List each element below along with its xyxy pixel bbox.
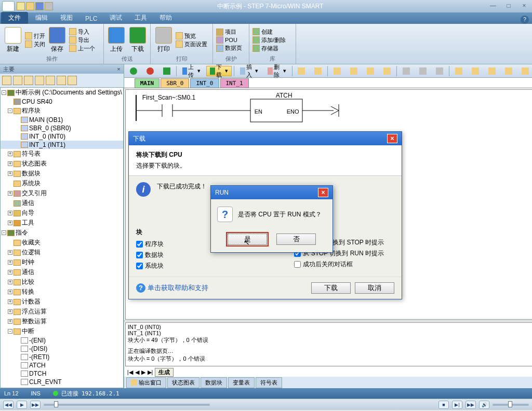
cancel-button[interactable]: 取消 [355,282,394,294]
tab-view[interactable]: 视图 [54,12,79,24]
slider-thumb[interactable] [508,401,512,407]
tree-reti[interactable]: -(RETI) [1,353,123,361]
tree-status[interactable]: +状态图表 [1,159,123,169]
tree-xref[interactable]: +交叉引用 [1,188,123,198]
nav-last-icon[interactable]: ▶| [148,369,153,376]
file-tab[interactable]: 文件 [1,12,28,24]
code-tab-int0[interactable]: INT_0 [190,78,219,88]
maximize-button[interactable]: □ [503,3,514,10]
tree-float[interactable]: +浮点运算 [1,307,123,317]
tree-instr[interactable]: -指令 [1,228,123,238]
tree-bitlogic[interactable]: +位逻辑 [1,248,123,257]
tree-logic[interactable]: +逻辑运算 [1,386,123,388]
tree-comm[interactable]: 通信 [1,198,123,208]
btab-data[interactable]: 数据块 [201,377,227,388]
output-tab-generate[interactable]: 生成 [155,368,174,377]
project-button[interactable]: 项目 [216,28,242,36]
tree-main[interactable]: MAIN (OB1) [1,116,123,124]
print-icon[interactable] [45,2,53,10]
tree-tb-icon[interactable] [24,76,33,85]
download-btn[interactable]: 下载 ▾ [206,66,232,76]
tree-tb-icon[interactable] [13,76,22,85]
tree-convert[interactable]: +转换 [1,287,123,297]
media-stop-icon[interactable]: ■ [438,401,449,409]
tree-sbr0[interactable]: SBR_0 (SBR0) [1,124,123,132]
dialog-close-icon[interactable]: × [387,134,397,143]
tb-icon[interactable] [432,66,447,76]
cb-data-block[interactable]: 数据块 [136,251,164,259]
save-icon[interactable] [35,2,44,10]
code-tab-int1[interactable]: INT_1 [220,78,249,88]
stop-icon[interactable] [143,66,157,76]
new-file-icon[interactable] [17,2,25,10]
code-tab-main[interactable]: MAIN [135,78,160,88]
media-vol-icon[interactable]: 🔊 [479,401,489,409]
close-btn[interactable]: 关闭 [25,40,45,48]
print-button[interactable]: 打印 [154,26,174,54]
tree-data[interactable]: +数据块 [1,169,123,179]
tb-icon[interactable] [468,66,483,76]
slider-thumb[interactable] [54,401,58,407]
tb-icon[interactable] [347,66,361,76]
tab-edit[interactable]: 编辑 [29,12,54,24]
tree-atch[interactable]: ATCH [1,361,123,369]
tree-comm2[interactable]: +通信 [1,267,123,277]
nav-first-icon[interactable]: |◀ [127,369,133,376]
tree-tb-icon[interactable] [2,76,11,85]
tree-sym[interactable]: +符号表 [1,149,123,159]
help-icon[interactable]: ? [521,16,529,24]
upload-button[interactable]: 上传 [107,26,126,54]
btab-sym[interactable]: 符号表 [256,377,282,388]
no-button[interactable]: 否 [276,234,316,245]
code-tab-sbr[interactable]: SBR_0 [161,78,189,88]
upload-btn[interactable]: 上传 ▾ [179,66,204,76]
tb-icon[interactable] [380,66,394,76]
btab-var[interactable]: 变量表 [228,377,255,388]
tab-tools[interactable]: 工具 [128,12,153,24]
tree-tb-icon[interactable] [57,76,66,85]
store-button[interactable]: 存储器 [252,45,286,52]
tree-tb-icon[interactable] [35,76,44,85]
tb-icon[interactable] [518,66,532,76]
tb-icon[interactable] [501,66,516,76]
download-button[interactable]: 下载 [128,26,148,54]
tree-disi[interactable]: -(DISI) [1,345,123,353]
tree-counter[interactable]: +计数器 [1,297,123,307]
tab-plc[interactable]: PLC [79,13,103,24]
media-slider[interactable] [44,404,210,406]
tree-fav[interactable]: 收藏夹 [1,238,123,248]
insert-btn[interactable]: 插入 ▾ [236,66,262,76]
prev-button[interactable]: 上一个 [69,45,95,52]
volume-slider[interactable] [493,404,529,406]
project-tree[interactable]: -中断示例 (C:\Documents and Settings\ CPU SR… [0,87,124,388]
nav-prev-icon[interactable]: ◀ [135,369,139,376]
help-link[interactable]: ? 单击获取帮助和支持 [136,283,208,293]
tree-clock[interactable]: +时钟 [1,257,123,267]
save-button[interactable]: 保存 [47,26,67,54]
cb-program-block[interactable]: 程序块 [136,240,164,249]
tree-cpu[interactable]: CPU SR40 [1,98,123,106]
import-button[interactable]: 导入 [69,28,95,36]
media-next-icon[interactable]: ▶▶ [30,401,41,409]
tb-icon[interactable] [311,66,325,76]
datapage-button[interactable]: 数据页 [216,44,242,52]
preview-button[interactable]: 预览 [176,32,207,40]
delete-btn[interactable]: 删除 ▾ [264,66,289,76]
tb-icon[interactable] [485,66,499,76]
tree-sys[interactable]: 系统块 [1,179,123,188]
pagesetup-button[interactable]: 页面设置 [176,40,207,48]
media-ff-icon[interactable]: ▶▶ [466,401,476,409]
tree-tb-icon[interactable] [46,76,55,85]
tree-tools[interactable]: +工具 [1,218,123,228]
adddel-button[interactable]: 添加/删除 [252,36,286,44]
tree-int0[interactable]: INT_0 (INT0) [1,132,123,141]
pou-button[interactable]: POU [216,36,242,44]
tb-icon[interactable] [363,66,378,76]
tree-root[interactable]: -中断示例 (C:\Documents and Settings\ [1,88,123,98]
tab-debug[interactable]: 调试 [103,12,128,24]
dialog-titlebar[interactable]: 下载 × [129,132,402,145]
tb-icon[interactable] [399,66,414,76]
run-dialog-titlebar[interactable]: RUN × [211,186,332,199]
tree-int[interactable]: +整数运算 [1,317,123,326]
tree-clrevnt[interactable]: CLR_EVNT [1,378,123,386]
